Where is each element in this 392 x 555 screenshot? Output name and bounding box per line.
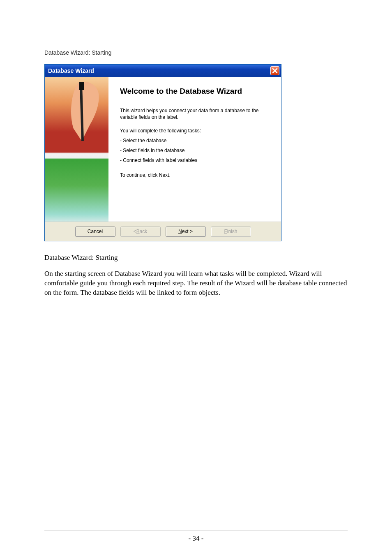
next-button[interactable]: Next >: [166, 227, 206, 237]
finish-rest: inish: [227, 229, 238, 234]
wizard-sidebar-image: [45, 77, 108, 222]
dialog-body: Welcome to the Database Wizard This wiza…: [45, 77, 281, 222]
close-icon: [271, 67, 279, 75]
cancel-label: Cancel: [88, 229, 103, 234]
cancel-button[interactable]: Cancel: [75, 227, 115, 237]
section-heading: Database Wizard: Starting: [44, 49, 348, 56]
wizard-heading: Welcome to the Database Wizard: [120, 87, 273, 96]
task-item: - Select fields in the database: [120, 148, 273, 153]
back-button: < Back: [120, 227, 161, 237]
svg-rect-0: [79, 82, 84, 90]
back-rest: ack: [140, 229, 148, 234]
next-underline: N: [178, 229, 182, 234]
body-paragraph: On the starting screen of Database Wizar…: [44, 269, 348, 298]
footer-rule: [44, 530, 348, 530]
close-button[interactable]: [270, 66, 279, 75]
finish-underline: F: [224, 229, 227, 234]
back-underline: B: [136, 229, 140, 234]
dialog-button-row: Cancel < Back Next > Finish: [45, 222, 281, 241]
task-item: - Connect fields with label variables: [120, 157, 273, 163]
next-rest: ext >: [182, 229, 193, 234]
wizard-content: Welcome to the Database Wizard This wiza…: [108, 77, 281, 222]
database-wizard-dialog: Database Wizard Welcome to the Database …: [44, 64, 281, 241]
page-number: - 34 -: [0, 534, 392, 543]
wizard-continue: To continue, click Next.: [120, 172, 273, 178]
back-prefix: <: [134, 229, 136, 234]
tasks-lead: You will complete the following tasks:: [120, 128, 273, 134]
task-item: - Select the database: [120, 138, 273, 143]
finish-button: Finish: [211, 227, 251, 237]
wizard-intro: This wizard helps you connect your data …: [120, 107, 273, 120]
figure-caption: Database Wizard: Starting: [44, 254, 348, 262]
hand-pen-icon: [65, 79, 104, 145]
dialog-titlebar: Database Wizard: [45, 65, 281, 77]
dialog-title: Database Wizard: [48, 67, 94, 74]
